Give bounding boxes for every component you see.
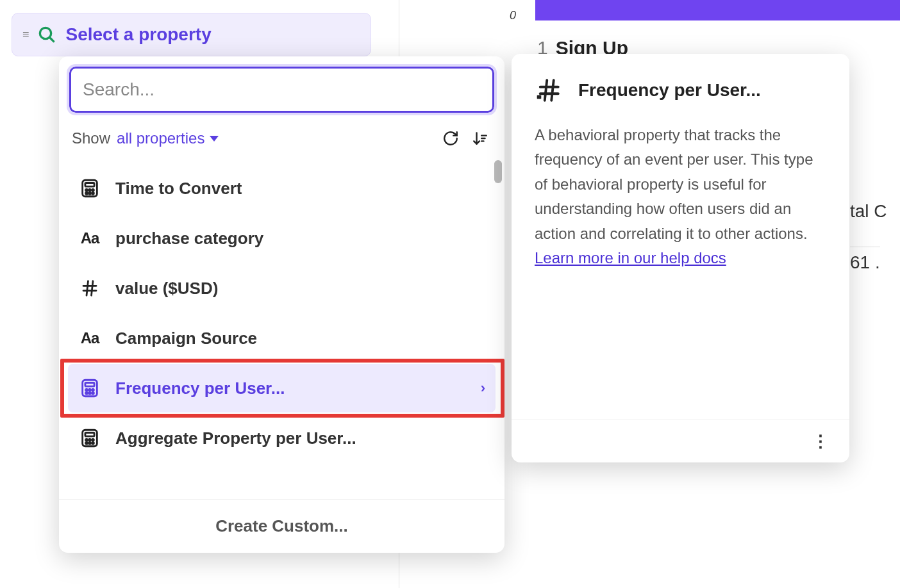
- svg-line-33: [551, 80, 554, 101]
- list-item-purchase-category[interactable]: Aa purchase category: [68, 214, 496, 263]
- search-input[interactable]: [69, 67, 494, 113]
- chevron-right-icon: ›: [481, 380, 485, 396]
- text-icon: Aa: [78, 327, 101, 350]
- svg-point-5: [89, 189, 91, 191]
- calculator-icon: [78, 177, 101, 200]
- partial-column-value: 61 .: [850, 247, 880, 273]
- refresh-button[interactable]: [439, 127, 462, 150]
- hash-star-icon: [535, 77, 562, 104]
- property-detail-popover: Frequency per User... A behavioral prope…: [512, 54, 849, 462]
- calculator-icon: [78, 427, 101, 450]
- svg-point-18: [92, 389, 94, 391]
- svg-point-16: [86, 389, 88, 391]
- svg-point-7: [86, 192, 88, 194]
- svg-line-32: [545, 80, 547, 101]
- list-item-label: Aggregate Property per User...: [115, 429, 356, 448]
- top-accent-bar: [535, 0, 900, 20]
- list-item-frequency-per-user[interactable]: Frequency per User... ›: [68, 364, 496, 412]
- sort-button[interactable]: [469, 127, 492, 150]
- list-item-label: Frequency per User...: [115, 379, 285, 398]
- svg-point-19: [86, 392, 88, 394]
- more-options-button[interactable]: ⋮: [807, 430, 834, 452]
- svg-line-12: [87, 281, 88, 296]
- list-item-value-usd[interactable]: value ($USD): [68, 264, 496, 313]
- svg-line-1: [49, 37, 53, 41]
- search-icon: [37, 24, 57, 45]
- svg-point-28: [89, 442, 91, 444]
- svg-point-20: [89, 392, 91, 394]
- filter-label: all properties: [117, 129, 204, 147]
- svg-point-29: [92, 442, 94, 444]
- svg-point-17: [89, 389, 91, 391]
- svg-point-8: [89, 192, 91, 194]
- list-item-aggregate-property-per-user[interactable]: Aggregate Property per User...: [68, 414, 496, 462]
- svg-rect-23: [85, 433, 94, 437]
- svg-point-24: [86, 439, 88, 441]
- list-item-campaign-source[interactable]: Aa Campaign Source: [68, 314, 496, 363]
- count-badge: 0: [510, 9, 516, 22]
- list-item-label: Time to Convert: [115, 179, 242, 199]
- learn-more-link[interactable]: Learn more in our help docs: [535, 249, 726, 266]
- drag-handle-icon: ≡: [22, 28, 28, 42]
- svg-point-25: [89, 439, 91, 441]
- svg-point-9: [92, 192, 94, 194]
- svg-rect-3: [85, 183, 94, 187]
- property-select-trigger[interactable]: ≡ Select a property: [12, 13, 371, 56]
- chevron-down-icon: [210, 136, 219, 142]
- svg-line-13: [92, 281, 94, 296]
- list-item-label: Campaign Source: [115, 329, 257, 348]
- text-icon: Aa: [78, 227, 101, 250]
- list-item-time-to-convert[interactable]: Time to Convert: [68, 164, 496, 213]
- filter-dropdown[interactable]: all properties: [117, 129, 219, 147]
- detail-description: A behavioral property that tracks the fr…: [512, 117, 849, 420]
- partial-column-header: tal C: [850, 201, 887, 222]
- calculator-icon: [78, 377, 101, 400]
- svg-point-4: [86, 189, 88, 191]
- number-icon: [78, 277, 101, 300]
- trigger-label: Select a property: [66, 24, 212, 45]
- detail-description-text: A behavioral property that tracks the fr…: [535, 126, 813, 242]
- svg-point-6: [92, 189, 94, 191]
- svg-point-21: [92, 392, 94, 394]
- svg-rect-15: [85, 383, 94, 387]
- detail-title: Frequency per User...: [578, 80, 761, 101]
- svg-point-26: [92, 439, 94, 441]
- list-item-label: value ($USD): [115, 279, 218, 298]
- property-dropdown: Show all properties Time to Convert Aa: [59, 56, 504, 553]
- show-label: Show: [72, 129, 110, 147]
- property-list: Time to Convert Aa purchase category val…: [59, 160, 504, 499]
- list-item-label: purchase category: [115, 229, 263, 249]
- svg-point-27: [86, 442, 88, 444]
- create-custom-button[interactable]: Create Custom...: [215, 516, 348, 535]
